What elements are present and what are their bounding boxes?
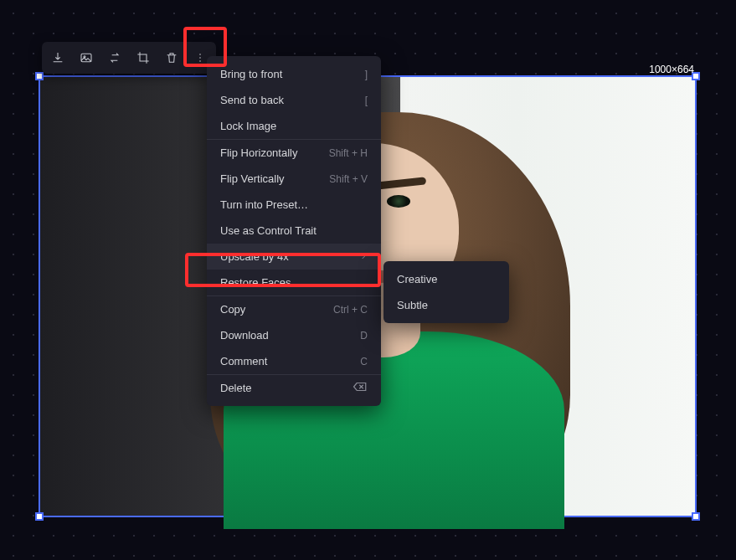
download-icon <box>51 51 64 64</box>
menu-label: Flip Vertically <box>220 172 285 185</box>
menu-upscale-4x[interactable]: Upscale by 4x <box>207 244 381 270</box>
swap-button[interactable] <box>100 44 129 72</box>
menu-label: Lock Image <box>220 120 276 132</box>
submenu-creative[interactable]: Creative <box>383 266 509 292</box>
dimensions-badge: 1000×664 <box>649 64 694 75</box>
menu-label: Use as Control Trait <box>220 224 317 237</box>
menu-label: Download <box>220 329 269 342</box>
menu-shortcut: Shift + V <box>329 173 368 185</box>
menu-copy[interactable]: Copy Ctrl + C <box>207 296 381 322</box>
image-toolbar <box>42 42 216 74</box>
menu-lock-image[interactable]: Lock Image <box>207 113 381 139</box>
menu-label: Flip Horizontally <box>220 146 297 159</box>
menu-shortcut: Shift + H <box>329 147 368 159</box>
image-subject-eye <box>387 195 409 208</box>
menu-label: Copy <box>220 303 245 316</box>
download-button[interactable] <box>44 44 72 72</box>
menu-shortcut: Ctrl + C <box>333 304 368 316</box>
menu-shortcut: D <box>360 330 368 342</box>
menu-flip-horizontal[interactable]: Flip Horizontally Shift + H <box>207 140 381 166</box>
more-icon <box>193 51 207 64</box>
context-menu: Bring to front ] Send to back [ Lock Ima… <box>207 56 381 406</box>
menu-shortcut: C <box>360 356 368 367</box>
menu-label: Comment <box>220 355 267 367</box>
svg-point-2 <box>199 54 201 55</box>
menu-label: Upscale by 4x <box>220 250 289 263</box>
menu-turn-into-preset[interactable]: Turn into Preset… <box>207 192 381 218</box>
swap-icon <box>108 51 121 64</box>
menu-restore-faces[interactable]: Restore Faces <box>207 270 381 295</box>
menu-flip-vertical[interactable]: Flip Vertically Shift + V <box>207 166 381 192</box>
resize-handle-bottom-right[interactable] <box>692 512 700 521</box>
menu-label: Delete <box>220 382 252 394</box>
chevron-right-icon <box>359 250 368 263</box>
resize-handle-bottom-left[interactable] <box>35 512 44 521</box>
menu-bring-to-front[interactable]: Bring to front ] <box>207 61 381 87</box>
menu-label: Restore Faces <box>220 276 291 289</box>
menu-download[interactable]: Download D <box>207 322 381 348</box>
submenu-label: Creative <box>397 273 437 285</box>
trash-icon <box>165 51 178 64</box>
svg-point-3 <box>199 57 201 59</box>
submenu-subtle[interactable]: Subtle <box>383 292 509 318</box>
menu-label: Turn into Preset… <box>220 198 308 211</box>
image-button[interactable] <box>72 44 100 72</box>
menu-shortcut: ] <box>365 69 368 80</box>
trash-button[interactable] <box>157 44 186 72</box>
menu-label: Send to back <box>220 94 284 106</box>
menu-use-as-control-trait[interactable]: Use as Control Trait <box>207 218 381 244</box>
image-icon <box>80 51 93 64</box>
crop-icon <box>136 51 150 64</box>
svg-point-4 <box>199 60 201 62</box>
menu-shortcut: [ <box>365 95 368 106</box>
menu-delete[interactable]: Delete <box>207 375 381 401</box>
crop-button[interactable] <box>129 44 157 72</box>
upscale-submenu: Creative Subtle <box>383 261 509 323</box>
menu-label: Bring to front <box>220 68 282 80</box>
delete-key-icon <box>353 382 368 394</box>
menu-comment[interactable]: Comment C <box>207 348 381 374</box>
resize-handle-top-left[interactable] <box>35 72 44 80</box>
submenu-label: Subtle <box>397 299 428 311</box>
menu-send-to-back[interactable]: Send to back [ <box>207 87 381 113</box>
